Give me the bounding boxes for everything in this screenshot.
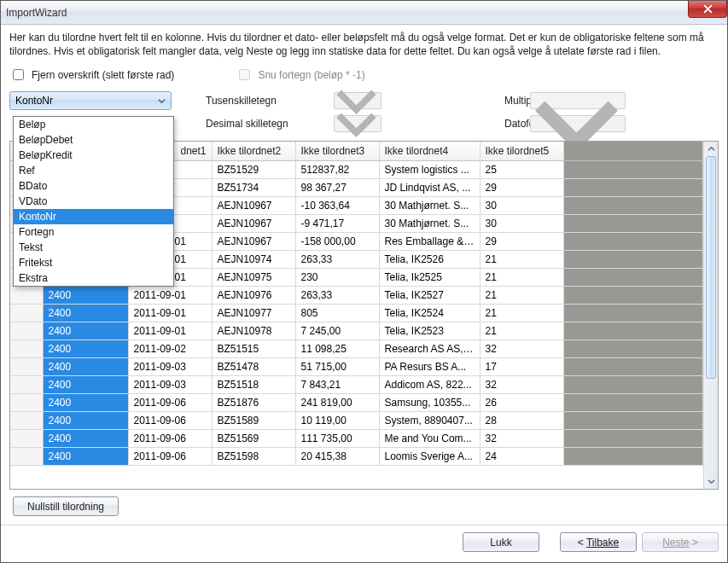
table-cell[interactable]: 2011-09-06 [128, 429, 212, 447]
table-cell[interactable] [10, 322, 43, 340]
table-cell[interactable]: AEJN10975 [212, 268, 295, 286]
table-cell[interactable]: System, 8890407... [379, 411, 480, 429]
table-cell[interactable] [10, 393, 43, 411]
scrollbar-thumb[interactable] [706, 156, 716, 379]
table-cell[interactable]: 2011-09-01 [128, 322, 212, 340]
table-cell[interactable]: Telia, IK2523 [379, 322, 480, 340]
table-cell[interactable]: AEJN10967 [212, 196, 295, 214]
table-cell[interactable]: AEJN10978 [212, 322, 295, 340]
decimal-sep-combo[interactable] [334, 115, 381, 132]
dropdown-item[interactable]: Tekst [14, 240, 173, 255]
table-cell[interactable]: AEJN10967 [212, 214, 295, 232]
dropdown-item[interactable]: VDato [14, 194, 173, 209]
table-cell[interactable]: 32 [480, 375, 563, 393]
dropdown-item[interactable]: Ekstra [14, 270, 173, 286]
table-cell[interactable]: 2011-09-03 [128, 375, 212, 393]
table-row[interactable]: 24002011-09-03BZ515187 843,21Addicom AS,… [10, 375, 703, 393]
table-cell[interactable]: Loomis Sverige A... [379, 447, 480, 465]
table-cell[interactable] [10, 304, 43, 322]
table-cell[interactable]: Samsung, 10355... [379, 393, 480, 411]
table-cell[interactable] [10, 375, 43, 393]
table-cell[interactable]: 263,33 [295, 286, 379, 304]
table-cell[interactable]: 25 [480, 160, 563, 178]
table-cell[interactable]: System logistics ... [379, 160, 480, 178]
dropdown-item[interactable]: Fritekst [14, 255, 173, 270]
table-cell[interactable]: AEJN10977 [212, 304, 295, 322]
close-button[interactable] [688, 1, 727, 18]
dropdown-item[interactable]: Ref [14, 163, 173, 178]
table-cell[interactable]: 2011-09-02 [128, 340, 212, 357]
table-row[interactable]: 24002011-09-01AEJN10976263,33Telia, IK25… [10, 286, 703, 304]
table-cell[interactable]: Research AS AS, ... [379, 340, 480, 357]
table-cell[interactable]: 2400 [43, 375, 128, 393]
dropdown-item[interactable]: BeløpKredit [14, 148, 173, 163]
table-cell[interactable]: 30 Mathjørnet. S... [379, 196, 480, 214]
table-cell[interactable]: 512837,82 [295, 160, 379, 178]
table-cell[interactable]: 26 [480, 393, 563, 411]
table-row[interactable]: 24002011-09-01AEJN10977805Telia, IK25242… [10, 304, 703, 322]
table-cell[interactable]: JD Lindqvist AS, ... [379, 178, 480, 196]
table-cell[interactable]: 20 415,38 [295, 447, 379, 465]
table-row[interactable]: 24002011-09-03BZ5147851 715,00PA Resurs … [10, 357, 703, 375]
table-cell[interactable]: 7 245,00 [295, 322, 379, 340]
table-cell[interactable]: 30 [480, 196, 563, 214]
table-cell[interactable]: 10 119,00 [295, 411, 379, 429]
table-header[interactable]: Ikke tilordnet5 [480, 142, 563, 160]
table-cell[interactable]: -9 471,17 [295, 214, 379, 232]
table-cell[interactable]: 230 [295, 268, 379, 286]
table-cell[interactable]: -10 363,64 [295, 196, 379, 214]
dropdown-item[interactable]: KontoNr [14, 209, 173, 224]
table-cell[interactable]: 2400 [43, 411, 128, 429]
table-cell[interactable] [10, 286, 43, 304]
scroll-up-button[interactable] [704, 142, 718, 156]
vertical-scrollbar[interactable] [703, 142, 718, 489]
table-cell[interactable]: 21 [480, 286, 563, 304]
table-cell[interactable]: BZ51589 [212, 411, 295, 429]
table-row[interactable]: 24002011-09-01AEJN109787 245,00Telia, IK… [10, 322, 703, 340]
table-header[interactable]: Ikke tilordnet3 [295, 142, 379, 160]
table-cell[interactable]: BZ51876 [212, 393, 295, 411]
table-cell[interactable]: 2011-09-06 [128, 393, 212, 411]
table-cell[interactable]: 51 715,00 [295, 357, 379, 375]
scroll-down-button[interactable] [704, 474, 718, 489]
table-cell[interactable] [10, 447, 43, 465]
scrollbar-track[interactable] [704, 156, 718, 474]
table-cell[interactable]: BZ51734 [212, 178, 295, 196]
table-cell[interactable]: 7 843,21 [295, 375, 379, 393]
table-cell[interactable]: 32 [480, 340, 563, 357]
dropdown-item[interactable]: BDato [14, 178, 173, 194]
table-cell[interactable]: BZ51569 [212, 429, 295, 447]
table-cell[interactable]: 24 [480, 447, 563, 465]
table-cell[interactable]: 241 819,00 [295, 393, 379, 411]
dropdown-item[interactable]: Beløp [14, 117, 173, 132]
table-cell[interactable]: 17 [480, 357, 563, 375]
table-cell[interactable]: BZ51515 [212, 340, 295, 357]
table-cell[interactable]: 30 [480, 214, 563, 232]
field-mapping-dropdown[interactable]: KontoNr [9, 91, 172, 110]
table-cell[interactable] [10, 340, 43, 357]
table-cell[interactable]: 21 [480, 304, 563, 322]
table-cell[interactable]: 21 [480, 268, 563, 286]
table-cell[interactable]: 2400 [43, 393, 128, 411]
table-cell[interactable]: 2400 [43, 429, 128, 447]
table-cell[interactable]: Me and You Com... [379, 429, 480, 447]
table-cell[interactable] [10, 411, 43, 429]
table-cell[interactable]: Telia, IK2524 [379, 304, 480, 322]
table-cell[interactable]: Telia, IK2527 [379, 286, 480, 304]
table-cell[interactable]: 29 [480, 178, 563, 196]
dateformat-combo[interactable] [530, 115, 626, 132]
table-cell[interactable]: 30 Mathjørnet. S... [379, 214, 480, 232]
table-cell[interactable] [10, 429, 43, 447]
table-cell[interactable]: 2400 [43, 447, 128, 465]
table-cell[interactable]: 263,33 [295, 250, 379, 268]
remove-header-checkbox[interactable]: Fjern overskrift (slett første rad) [9, 67, 174, 83]
table-cell[interactable]: AEJN10976 [212, 286, 295, 304]
table-cell[interactable]: 111 735,00 [295, 429, 379, 447]
table-cell[interactable]: 2011-09-03 [128, 357, 212, 375]
table-cell[interactable]: Telia, IK2526 [379, 250, 480, 268]
table-row[interactable]: 24002011-09-06BZ5158910 119,00System, 88… [10, 411, 703, 429]
table-row[interactable]: 24002011-09-02BZ5151511 098,25Research A… [10, 340, 703, 357]
table-cell[interactable]: BZ51518 [212, 375, 295, 393]
table-cell[interactable]: 21 [480, 322, 563, 340]
table-cell[interactable]: 805 [295, 304, 379, 322]
